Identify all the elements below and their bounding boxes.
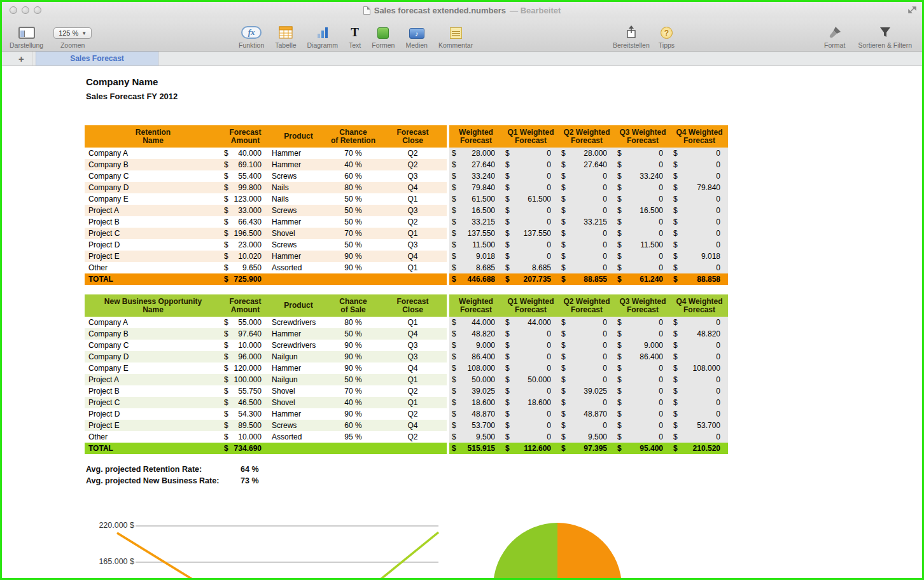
- cell-money[interactable]: $0: [615, 397, 671, 408]
- cell-money[interactable]: $46.500: [221, 397, 269, 408]
- cell-money[interactable]: $50.000: [449, 374, 503, 385]
- cell-chance[interactable]: 50 %: [328, 374, 379, 385]
- cell-close[interactable]: Q2: [379, 408, 447, 420]
- cell-money[interactable]: $10.020: [221, 251, 269, 262]
- stat-retention-rate[interactable]: Avg. projected Retention Rate:64 %: [86, 464, 259, 475]
- cell-money[interactable]: $9.018: [671, 251, 728, 262]
- cell-money[interactable]: $9.650: [221, 262, 269, 273]
- cell-money[interactable]: $55.400: [221, 170, 269, 182]
- cell-money[interactable]: $0: [503, 431, 559, 443]
- cell-close[interactable]: Q1: [379, 262, 447, 273]
- sort-filter-button[interactable]: Sortieren & Filtern: [858, 20, 912, 51]
- cell-money[interactable]: $33.240: [615, 170, 671, 182]
- comment-button[interactable]: Kommentar: [438, 20, 473, 51]
- cell-money[interactable]: $0: [503, 205, 559, 216]
- cell-money[interactable]: $9.500: [449, 431, 503, 443]
- cell-money[interactable]: $86.400: [615, 351, 671, 362]
- table-row[interactable]: Project A$33.000Screws50 %Q3$16.500$0$0$…: [85, 205, 728, 216]
- table-row[interactable]: Project C$46.500Shovel40 %Q1$18.600$18.6…: [85, 397, 728, 408]
- cell-money[interactable]: $0: [671, 228, 728, 239]
- cell-chance[interactable]: 80 %: [328, 317, 379, 328]
- cell-close[interactable]: Q1: [379, 193, 447, 205]
- cell-product[interactable]: Assorted: [269, 262, 328, 273]
- cell-name[interactable]: Other: [85, 262, 221, 273]
- cell-name[interactable]: Project D: [85, 239, 221, 251]
- cell-chance[interactable]: 95 %: [328, 431, 379, 443]
- cell-money[interactable]: $0: [615, 216, 671, 228]
- cell-product[interactable]: Screws: [269, 170, 328, 182]
- table-row[interactable]: Project C$196.500Shovel70 %Q1$137.550$13…: [85, 228, 728, 239]
- sheet-subtitle-text[interactable]: Sales Forecast FY 2012: [86, 92, 178, 101]
- cell-money[interactable]: $0: [559, 397, 615, 408]
- cell-money[interactable]: $88.858: [671, 273, 728, 285]
- cell-money[interactable]: $446.688: [449, 273, 503, 285]
- cell-money[interactable]: $16.500: [615, 205, 671, 216]
- cell-money[interactable]: $0: [559, 262, 615, 273]
- table-row[interactable]: Company A$40.000Hammer70 %Q2$28.000$0$28…: [85, 148, 728, 159]
- cell-chance[interactable]: 90 %: [328, 362, 379, 374]
- cell-name[interactable]: Project E: [85, 420, 221, 431]
- column-header[interactable]: Forecast Close: [379, 294, 447, 317]
- cell-close[interactable]: [379, 273, 447, 285]
- cell-chance[interactable]: 90 %: [328, 251, 379, 262]
- cell-name[interactable]: Project C: [85, 228, 221, 239]
- cell-money[interactable]: $79.840: [449, 182, 503, 193]
- cell-money[interactable]: $0: [503, 170, 559, 182]
- cell-money[interactable]: $0: [671, 262, 728, 273]
- cell-money[interactable]: $61.500: [503, 193, 559, 205]
- cell-money[interactable]: $33.215: [449, 216, 503, 228]
- cell-money[interactable]: $0: [615, 159, 671, 170]
- cell-money[interactable]: $0: [615, 228, 671, 239]
- cell-product[interactable]: Hammer: [269, 251, 328, 262]
- table-row[interactable]: Other$9.650Assorted90 %Q1$8.685$8.685$0$…: [85, 262, 728, 273]
- cell-money[interactable]: $0: [615, 317, 671, 328]
- cell-name[interactable]: Project E: [85, 251, 221, 262]
- zoom-dropdown[interactable]: 125 % ▼: [53, 27, 92, 39]
- cell-chance[interactable]: 90 %: [328, 351, 379, 362]
- cell-money[interactable]: $0: [615, 148, 671, 159]
- cell-product[interactable]: [269, 443, 328, 454]
- cell-money[interactable]: $0: [503, 385, 559, 397]
- cell-money[interactable]: $515.915: [449, 443, 503, 454]
- cell-close[interactable]: Q4: [379, 182, 447, 193]
- table-row[interactable]: Company D$96.000Nailgun90 %Q3$86.400$0$0…: [85, 351, 728, 362]
- cell-money[interactable]: $8.685: [503, 262, 559, 273]
- table-row[interactable]: Project B$55.750Shovel70 %Q2$39.025$0$39…: [85, 385, 728, 397]
- cell-money[interactable]: $123.000: [221, 193, 269, 205]
- text-button[interactable]: T Text: [349, 20, 361, 51]
- cell-close[interactable]: Q1: [379, 228, 447, 239]
- cell-money[interactable]: $66.430: [221, 216, 269, 228]
- cell-close[interactable]: Q4: [379, 328, 447, 340]
- cell-close[interactable]: Q3: [379, 340, 447, 351]
- cell-chance[interactable]: 70 %: [328, 385, 379, 397]
- column-header[interactable]: Chance of Retention: [328, 125, 379, 148]
- cell-money[interactable]: $33.215: [559, 216, 615, 228]
- function-button[interactable]: fx Funktion: [239, 20, 264, 51]
- cell-product[interactable]: Assorted: [269, 431, 328, 443]
- cell-money[interactable]: $10.000: [221, 431, 269, 443]
- cell-close[interactable]: Q3: [379, 205, 447, 216]
- cell-name[interactable]: TOTAL: [85, 273, 221, 285]
- cell-money[interactable]: $0: [615, 262, 671, 273]
- cell-product[interactable]: Nails: [269, 182, 328, 193]
- column-header[interactable]: Forecast Close: [379, 125, 447, 148]
- cell-money[interactable]: $48.870: [449, 408, 503, 420]
- cell-money[interactable]: $0: [503, 159, 559, 170]
- table-row[interactable]: Company C$55.400Screws60 %Q3$33.240$0$0$…: [85, 170, 728, 182]
- column-header[interactable]: Q2 Weighted Forecast: [559, 294, 615, 317]
- cell-money[interactable]: $0: [559, 420, 615, 431]
- cell-name[interactable]: Project A: [85, 205, 221, 216]
- column-header[interactable]: Retention Name: [85, 125, 221, 148]
- cell-money[interactable]: $0: [671, 193, 728, 205]
- cell-money[interactable]: $61.240: [615, 273, 671, 285]
- cell-product[interactable]: Screwdrivers: [269, 340, 328, 351]
- table-row[interactable]: Company E$123.000Nails50 %Q1$61.500$61.5…: [85, 193, 728, 205]
- cell-close[interactable]: Q3: [379, 239, 447, 251]
- shapes-button[interactable]: Formen: [372, 20, 395, 51]
- column-header[interactable]: Q2 Weighted Forecast: [559, 125, 615, 148]
- format-button[interactable]: Format: [824, 20, 845, 51]
- cell-money[interactable]: $0: [559, 251, 615, 262]
- cell-money[interactable]: $120.000: [221, 362, 269, 374]
- cell-money[interactable]: $207.735: [503, 273, 559, 285]
- close-button[interactable]: [10, 6, 17, 14]
